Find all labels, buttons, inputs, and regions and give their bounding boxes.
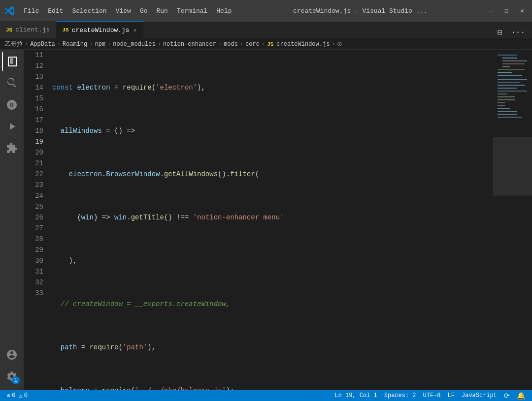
menu-bar: File Edit Selection View Go Run Terminal… (20, 5, 236, 17)
activity-extensions[interactable] (2, 138, 22, 158)
menu-go[interactable]: Go (136, 5, 152, 17)
minimize-button[interactable]: — (485, 5, 497, 17)
activity-bar-bottom: 1 (2, 345, 22, 390)
menu-edit[interactable]: Edit (44, 5, 67, 17)
line-num-16: 16 (24, 104, 43, 115)
status-left: ⊗ 0 △ 0 (4, 392, 31, 400)
menu-view[interactable]: View (112, 5, 135, 17)
breadcrumb-sep-3: › (89, 41, 93, 48)
line-num-15: 15 (24, 93, 43, 104)
activity-settings[interactable]: 1 (2, 367, 22, 386)
svg-rect-13 (498, 91, 527, 92)
tab-client-label: client.js (15, 26, 50, 33)
status-encoding[interactable]: UTF-8 (420, 392, 444, 399)
svg-rect-2 (502, 61, 527, 62)
menu-selection[interactable]: Selection (68, 5, 110, 17)
activity-account[interactable] (2, 345, 22, 365)
code-line-14: (win) => win.getTitle() !== 'notion-enha… (52, 212, 493, 223)
menu-terminal[interactable]: Terminal (173, 5, 211, 17)
status-errors[interactable]: ⊗ 0 △ 0 (4, 392, 31, 400)
svg-rect-20 (498, 111, 517, 112)
svg-rect-22 (498, 117, 522, 118)
tab-close-button[interactable]: ✕ (133, 27, 138, 34)
menu-run[interactable]: Run (152, 5, 171, 17)
close-button[interactable]: ✕ (516, 5, 528, 17)
breadcrumb-sep-2: › (57, 41, 61, 48)
status-line-ending[interactable]: LF (445, 392, 458, 399)
code-scroll[interactable]: 11 12 13 14 15 16 17 18 19 20 21 22 23 2… (24, 50, 493, 390)
activity-run-debug[interactable] (2, 117, 22, 136)
status-spaces[interactable]: Spaces: 2 (381, 392, 419, 399)
svg-rect-7 (498, 75, 522, 76)
svg-rect-16 (498, 99, 515, 100)
explorer-icon (6, 56, 18, 67)
line-num-32: 32 (24, 277, 43, 288)
breadcrumb-roaming[interactable]: Roaming (63, 41, 87, 48)
status-language[interactable]: JavaScript (459, 392, 500, 399)
status-position[interactable]: Ln 19, Col 1 (332, 392, 380, 399)
warning-triangle-icon: △ (19, 392, 22, 400)
minimap (493, 50, 532, 390)
vscode-logo-icon (4, 5, 15, 16)
line-num-24: 24 (24, 190, 43, 201)
svg-rect-17 (498, 102, 505, 103)
account-icon (6, 349, 18, 361)
run-debug-icon (6, 121, 18, 132)
activity-search[interactable] (2, 73, 22, 93)
tab-createwindow-js[interactable]: JS createWindow.js ✕ (56, 21, 144, 38)
maximize-button[interactable]: ☐ (500, 5, 512, 17)
tab-bar: JS client.js JS createWindow.js ✕ ⊟ ··· (0, 22, 532, 39)
more-actions-button[interactable]: ··· (508, 27, 528, 38)
breadcrumb-core[interactable]: core (245, 41, 260, 48)
line-num-18: 18 (24, 125, 43, 136)
title-bar: File Edit Selection View Go Run Terminal… (0, 0, 532, 22)
window-controls: — ☐ ✕ (485, 5, 528, 17)
activity-source-control[interactable] (2, 95, 22, 115)
code-editor[interactable]: const electron = require('electron'), al… (48, 50, 493, 390)
breadcrumb-appdata[interactable]: AppData (30, 41, 55, 48)
split-editor-button[interactable]: ⊟ (495, 27, 505, 38)
breadcrumb-mods[interactable]: mods (224, 41, 238, 48)
line-num-22: 22 (24, 169, 43, 180)
line-numbers: 11 12 13 14 15 16 17 18 19 20 21 22 23 2… (24, 50, 48, 390)
line-num-26: 26 (24, 212, 43, 223)
js-icon-active: JS (62, 27, 68, 33)
line-num-30: 30 (24, 255, 43, 266)
breadcrumb-root[interactable]: 乙哥拉 (5, 40, 23, 48)
code-line-16: // createWindow = __exports.createWindow… (52, 299, 493, 309)
status-right: Ln 19, Col 1 Spaces: 2 UTF-8 LF JavaScri… (332, 392, 528, 400)
line-num-25: 25 (24, 201, 43, 212)
menu-help[interactable]: Help (212, 5, 235, 17)
breadcrumb-sep-7: › (240, 41, 243, 48)
breadcrumb-notion-enhancer[interactable]: notion-enhancer (163, 41, 216, 48)
js-icon: JS (6, 27, 12, 33)
breadcrumb-sep-1: › (25, 41, 28, 48)
svg-rect-15 (498, 96, 515, 97)
status-bar: ⊗ 0 △ 0 Ln 19, Col 1 Spaces: 2 UTF-8 LF … (0, 390, 532, 401)
line-num-11: 11 (24, 50, 43, 61)
tab-client-js[interactable]: JS client.js (0, 21, 56, 38)
status-bell-icon[interactable]: 🔔 (514, 392, 528, 400)
line-num-29: 29 (24, 245, 43, 255)
line-num-27: 27 (24, 223, 43, 234)
error-count: 0 (12, 392, 15, 399)
code-line-13: electron.BrowserWindow.getAllWindows().f… (52, 169, 493, 180)
breadcrumb-npm[interactable]: npm (95, 41, 105, 48)
status-sync-icon[interactable]: ⟳ (501, 392, 513, 400)
svg-rect-8 (493, 137, 532, 196)
svg-rect-9 (498, 79, 527, 80)
window-title: createWindow.js - Visual Studio ... (241, 7, 480, 15)
svg-rect-10 (498, 82, 520, 83)
svg-rect-6 (498, 72, 512, 73)
line-num-21: 21 (24, 158, 43, 169)
line-num-14: 14 (24, 82, 43, 93)
breadcrumb-filename[interactable]: createWindow.js (276, 41, 330, 48)
breadcrumb-sep-9: › (332, 41, 335, 48)
svg-rect-4 (502, 66, 510, 67)
menu-file[interactable]: File (20, 5, 43, 17)
search-icon (6, 77, 18, 89)
activity-explorer[interactable] (2, 52, 22, 71)
breadcrumb-node-modules[interactable]: node_modules (113, 41, 155, 48)
line-num-13: 13 (24, 71, 43, 82)
breadcrumb-sep-8: › (262, 41, 265, 48)
